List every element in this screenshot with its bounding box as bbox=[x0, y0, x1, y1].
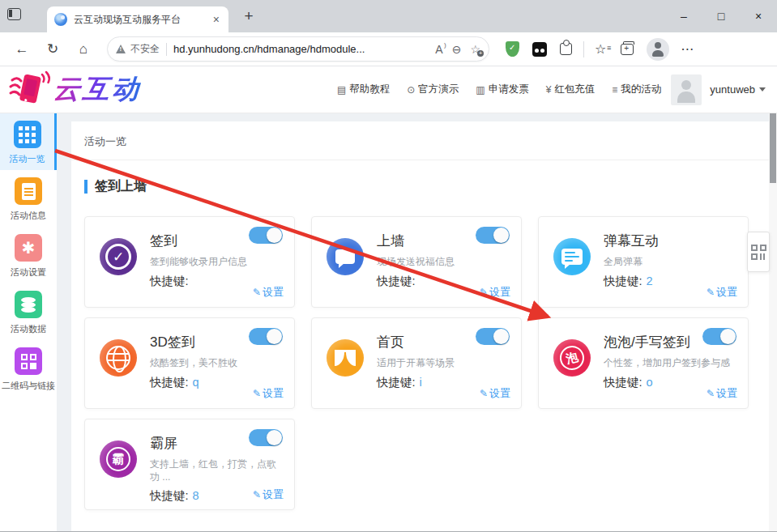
user-avatar[interactable] bbox=[671, 74, 702, 105]
tab-actions-menu-icon[interactable] bbox=[7, 8, 21, 20]
module-settings-link[interactable]: ✎设置 bbox=[253, 285, 284, 300]
not-secure-warning-icon bbox=[116, 45, 126, 53]
adblock-extension-icon[interactable] bbox=[506, 41, 519, 57]
phone-hand-logo-icon bbox=[6, 70, 52, 109]
section-header: 签到上墙 bbox=[84, 178, 769, 195]
chat-icon bbox=[553, 238, 591, 275]
module-settings-link[interactable]: ✎设置 bbox=[707, 285, 737, 300]
favorites-bar-icon[interactable]: ☆ bbox=[595, 41, 606, 57]
pencil-icon: ✎ bbox=[707, 287, 715, 298]
module-card-3: 3D签到炫酷签到，美不胜收快捷键:q✎设置 bbox=[84, 317, 295, 409]
browser-toolbar: ← ↻ ⌂ 不安全 hd.yunhudong.cn/hdmanage/hdmod… bbox=[0, 32, 777, 66]
add-favorite-icon[interactable]: ☆ bbox=[470, 43, 480, 56]
module-toggle[interactable] bbox=[476, 227, 510, 244]
tab-close-icon[interactable]: × bbox=[211, 13, 221, 26]
invoice-icon: ▥ bbox=[476, 84, 485, 96]
read-aloud-icon[interactable]: A bbox=[435, 43, 442, 56]
module-toggle[interactable] bbox=[702, 328, 736, 345]
nav-activities[interactable]: ≡我的活动 bbox=[612, 83, 661, 96]
window-maximize-button[interactable]: □ bbox=[702, 0, 740, 32]
sidebar-item-qrcode[interactable]: 二维码与链接 bbox=[0, 340, 57, 397]
sidebar-item-label: 活动数据 bbox=[11, 323, 46, 335]
shortcut-label: 快捷键: bbox=[604, 376, 643, 389]
extensions-menu-icon[interactable] bbox=[560, 43, 572, 55]
extension-icon[interactable] bbox=[532, 42, 547, 57]
module-desc: 全局弹幕 bbox=[604, 256, 738, 269]
site-logo[interactable]: 云互动 bbox=[6, 70, 141, 109]
more-options-icon[interactable]: ⋯ bbox=[681, 41, 694, 57]
toolbar-divider bbox=[583, 41, 584, 57]
nav-invoice[interactable]: ▥申请发票 bbox=[476, 83, 528, 96]
shortcut-label: 快捷键: bbox=[150, 275, 189, 287]
url-divider bbox=[166, 43, 167, 56]
sidebar-item-data[interactable]: 活动数据 bbox=[0, 283, 57, 340]
module-desc: 支持上墙，红包，打赏，点歌功 ... bbox=[150, 458, 284, 483]
main-panel: 活动一览 签到上墙 ✓签到签到能够收录用户信息快捷键:✎设置上墙现场发送祝福信息… bbox=[71, 121, 769, 532]
zoom-out-icon[interactable]: ⊖ bbox=[452, 43, 462, 56]
sidebar-item-settings[interactable]: ✱活动设置 bbox=[0, 227, 57, 283]
module-settings-link[interactable]: ✎设置 bbox=[253, 487, 284, 502]
scrollbar-thumb[interactable] bbox=[770, 113, 776, 183]
sidebar-item-label: 活动信息 bbox=[11, 210, 46, 222]
window-minimize-button[interactable]: – bbox=[665, 0, 702, 32]
sidebar-item-label: 活动设置 bbox=[11, 266, 46, 279]
module-desc: 炫酷签到，美不胜收 bbox=[150, 357, 284, 370]
logo-text: 云互动 bbox=[52, 71, 142, 108]
module-desc: 个性签，增加用户签到参与感 bbox=[604, 357, 738, 370]
section-accent-bar bbox=[84, 180, 88, 194]
home-icon[interactable]: ⌂ bbox=[71, 41, 96, 57]
chevron-down-icon bbox=[759, 87, 766, 92]
nav-demo[interactable]: ⊙官方演示 bbox=[407, 83, 459, 96]
help-icon: ▤ bbox=[337, 84, 346, 96]
url-text[interactable]: hd.yunhudong.cn/hdmanage/hdmodule... bbox=[173, 43, 426, 55]
nav-label: 帮助教程 bbox=[349, 83, 390, 96]
new-tab-button[interactable]: + bbox=[240, 7, 258, 25]
sidebar-item-info[interactable]: 活动信息 bbox=[0, 170, 57, 227]
pencil-icon: ✎ bbox=[707, 388, 715, 399]
username-label: yuntuweb bbox=[710, 83, 755, 96]
module-toggle[interactable] bbox=[249, 328, 283, 345]
shortcut-label: 快捷键: bbox=[150, 376, 189, 389]
nav-label: 我的活动 bbox=[621, 83, 661, 96]
browser-profile-icon[interactable] bbox=[647, 38, 669, 61]
pencil-icon: ✎ bbox=[480, 388, 488, 399]
tab-title: 云互动现场互动服务平台 bbox=[74, 13, 211, 27]
username-dropdown[interactable]: yuntuweb bbox=[710, 83, 766, 96]
nav-recharge[interactable]: ¥红包充值 bbox=[546, 83, 596, 96]
module-toggle[interactable] bbox=[249, 429, 283, 446]
shortcut-value: i bbox=[420, 376, 422, 389]
address-bar[interactable]: 不安全 hd.yunhudong.cn/hdmanage/hdmodule...… bbox=[107, 36, 489, 62]
header-nav: ▤帮助教程⊙官方演示▥申请发票¥红包充值≡我的活动 bbox=[337, 83, 671, 96]
back-icon[interactable]: ← bbox=[10, 41, 34, 57]
gear-icon: ✱ bbox=[15, 234, 42, 262]
module-settings-link[interactable]: ✎设置 bbox=[707, 386, 737, 401]
module-desc: 现场发送祝福信息 bbox=[377, 256, 511, 269]
pencil-icon: ✎ bbox=[253, 287, 261, 298]
nav-help[interactable]: ▤帮助教程 bbox=[337, 83, 390, 96]
site-header: 云互动 ▤帮助教程⊙官方演示▥申请发票¥红包充值≡我的活动 yuntuweb bbox=[0, 66, 777, 113]
module-settings-link[interactable]: ✎设置 bbox=[253, 386, 284, 401]
globe-icon bbox=[100, 339, 137, 377]
module-toggle[interactable] bbox=[476, 328, 510, 345]
scrollbar-track[interactable] bbox=[769, 113, 777, 532]
shortcut-label: 快捷键: bbox=[377, 376, 416, 389]
browser-tab[interactable]: 云互动现场互动服务平台 × bbox=[47, 6, 228, 32]
collections-icon[interactable] bbox=[621, 44, 634, 55]
shortcut-label: 快捷键: bbox=[604, 275, 643, 287]
module-title: 弹幕互动 bbox=[604, 232, 736, 250]
sidebar-item-label: 二维码与链接 bbox=[2, 380, 55, 392]
browser-tab-bar: 云互动现场互动服务平台 × + – □ × bbox=[0, 0, 777, 32]
toggle-knob bbox=[267, 228, 282, 243]
nav-label: 红包充值 bbox=[554, 83, 595, 96]
module-card-1: 上墙现场发送祝福信息快捷键:✎设置 bbox=[311, 216, 522, 308]
refresh-icon[interactable]: ↻ bbox=[41, 40, 65, 57]
floating-panel-handle[interactable] bbox=[747, 232, 770, 272]
char-icon: 泡 bbox=[553, 339, 591, 377]
module-card-4: 首页适用于开幕等场景快捷键:i✎设置 bbox=[311, 317, 522, 409]
module-toggle[interactable] bbox=[249, 227, 283, 244]
module-settings-link[interactable]: ✎设置 bbox=[480, 386, 510, 401]
sidebar-item-overview[interactable]: 活动一览 bbox=[0, 113, 57, 170]
window-close-button[interactable]: × bbox=[740, 0, 777, 32]
module-settings-link[interactable]: ✎设置 bbox=[480, 285, 510, 300]
db-icon bbox=[15, 291, 42, 318]
